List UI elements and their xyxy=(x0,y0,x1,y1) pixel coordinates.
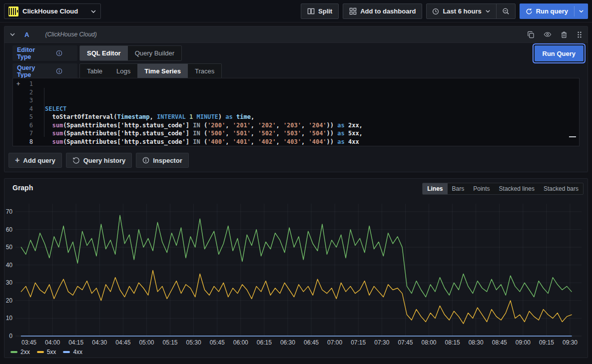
query-type-toggle: TableLogsTime SeriesTraces xyxy=(79,63,222,79)
line-number: 5 xyxy=(13,113,42,121)
svg-text:06:45: 06:45 xyxy=(304,339,319,346)
svg-text:07:15: 07:15 xyxy=(351,339,366,346)
svg-text:09:15: 09:15 xyxy=(539,339,554,346)
svg-text:40: 40 xyxy=(6,262,13,269)
svg-text:06:30: 06:30 xyxy=(280,339,295,346)
option-logs[interactable]: Logs xyxy=(109,64,137,78)
run-query-panel-button[interactable]: Run Query xyxy=(535,45,584,61)
option-time-series[interactable]: Time Series xyxy=(137,64,188,78)
editor-gutter: 1+2345678 xyxy=(13,78,42,146)
run-query-dropdown[interactable] xyxy=(575,3,588,19)
drag-handle[interactable] xyxy=(577,31,583,38)
svg-text:04:30: 04:30 xyxy=(92,339,107,346)
sql-code-editor[interactable]: 1+2345678 SELECT toStartOfInterval(Times… xyxy=(12,78,580,146)
svg-text:03:45: 03:45 xyxy=(21,339,36,346)
toggle-visibility-eye-icon[interactable] xyxy=(544,31,552,38)
svg-text:06:00: 06:00 xyxy=(233,339,248,346)
delete-query-trash-icon[interactable] xyxy=(561,31,568,38)
run-query-label: Run query xyxy=(536,7,568,15)
time-series-chart[interactable]: 01020304050607003:4504:0004:1504:3004:45… xyxy=(4,179,589,359)
svg-text:08:45: 08:45 xyxy=(492,339,507,346)
code-line: SELECT xyxy=(42,105,579,113)
svg-text:09:00: 09:00 xyxy=(516,339,531,346)
indent-guide xyxy=(44,88,44,137)
legend-label: 4xx xyxy=(73,349,82,356)
add-to-dashboard-button[interactable]: Add to dashboard xyxy=(343,3,422,19)
add-to-dashboard-label: Add to dashboard xyxy=(360,7,416,15)
line-number: 7 xyxy=(13,129,42,138)
info-circle-icon xyxy=(45,50,73,56)
time-range-group: Last 6 hours xyxy=(426,3,515,19)
code-line: FROM "default"."otel_traces" WHERE ( Spa… xyxy=(42,146,579,146)
code-line: sum(SpanAttributes['http.status_code'] I… xyxy=(42,138,579,146)
legend-item-2xx[interactable]: 2xx xyxy=(10,349,30,356)
svg-text:05:45: 05:45 xyxy=(210,339,225,346)
line-number: 3 xyxy=(13,96,42,105)
zoom-out-button[interactable] xyxy=(497,4,515,18)
add-query-button[interactable]: + Add query xyxy=(8,153,62,168)
option-query-builder[interactable]: Query Builder xyxy=(128,46,181,60)
svg-text:09:30: 09:30 xyxy=(563,339,578,346)
svg-text:07:30: 07:30 xyxy=(374,339,389,346)
chevron-down-icon xyxy=(90,8,96,14)
option-sql-editor[interactable]: SQL Editor xyxy=(80,46,128,60)
svg-text:50: 50 xyxy=(6,244,13,251)
code-line: sum(SpanAttributes['http.status_code'] I… xyxy=(42,129,579,138)
legend-label: 5xx xyxy=(47,349,56,356)
option-table[interactable]: Table xyxy=(80,64,109,78)
legend-item-4xx[interactable]: 4xx xyxy=(63,349,82,356)
time-range-label: Last 6 hours xyxy=(443,7,481,15)
line-number: 4 xyxy=(13,105,42,113)
svg-text:04:45: 04:45 xyxy=(115,339,130,346)
series-line-2xx xyxy=(21,215,572,297)
query-history-button[interactable]: Query history xyxy=(66,153,132,168)
editor-type-label: Editor Type xyxy=(12,45,77,61)
svg-text:04:00: 04:00 xyxy=(45,339,60,346)
svg-text:60: 60 xyxy=(6,226,13,233)
svg-text:05:00: 05:00 xyxy=(139,339,154,346)
svg-text:20: 20 xyxy=(6,297,13,304)
query-editor-panel: A (ClickHouse Cloud) Editor Type SQL Edi… xyxy=(4,26,588,172)
code-line: toStartOfInterval(Timestamp, INTERVAL 1 … xyxy=(42,113,579,121)
svg-text:06:15: 06:15 xyxy=(257,339,272,346)
datasource-label: ClickHouse Cloud xyxy=(22,7,90,15)
query-ref-id[interactable]: A xyxy=(24,31,29,38)
option-traces[interactable]: Traces xyxy=(188,64,221,78)
query-row-header: A (ClickHouse Cloud) xyxy=(4,26,588,43)
collapse-chevron-icon[interactable] xyxy=(9,31,15,37)
chart-legend: 2xx5xx4xx xyxy=(10,349,82,356)
plus-icon: + xyxy=(15,156,19,165)
legend-color-dash xyxy=(10,351,17,353)
split-icon xyxy=(307,7,315,15)
sql-editor-lines: SELECT toStartOfInterval(Timestamp, INTE… xyxy=(42,78,579,146)
line-number: 6 xyxy=(13,121,42,130)
info-circle-icon xyxy=(45,68,73,74)
line-number: 2 xyxy=(13,88,42,97)
svg-text:08:00: 08:00 xyxy=(421,339,436,346)
inspector-button[interactable]: Inspector xyxy=(136,153,189,168)
split-label: Split xyxy=(318,7,332,15)
svg-text:70: 70 xyxy=(6,208,13,215)
query-type-label: Query Type xyxy=(12,63,77,79)
run-query-button[interactable]: Run query xyxy=(520,3,574,19)
svg-text:0: 0 xyxy=(9,333,12,340)
split-button[interactable]: Split xyxy=(301,3,339,19)
editor-type-toggle: SQL EditorQuery Builder xyxy=(79,45,182,61)
time-range-picker[interactable]: Last 6 hours xyxy=(427,4,496,18)
legend-item-5xx[interactable]: 5xx xyxy=(37,349,56,356)
svg-text:08:15: 08:15 xyxy=(445,339,460,346)
svg-text:10: 10 xyxy=(6,315,13,322)
duplicate-query-icon[interactable] xyxy=(527,31,535,38)
run-query-split-button: Run query xyxy=(520,3,588,19)
chevron-down-icon xyxy=(485,8,491,14)
code-line: sum(SpanAttributes['http.status_code'] I… xyxy=(42,121,579,130)
expand-query-plus-icon[interactable]: + xyxy=(16,80,20,88)
legend-label: 2xx xyxy=(20,349,30,356)
query-datasource-hint: (ClickHouse Cloud) xyxy=(45,31,96,38)
line-number: 8 xyxy=(13,138,42,146)
svg-text:04:15: 04:15 xyxy=(68,339,83,346)
series-line-5xx xyxy=(21,270,572,324)
datasource-picker[interactable]: ClickHouse Cloud xyxy=(4,3,101,19)
legend-color-dash xyxy=(37,351,44,353)
history-icon xyxy=(72,157,80,164)
